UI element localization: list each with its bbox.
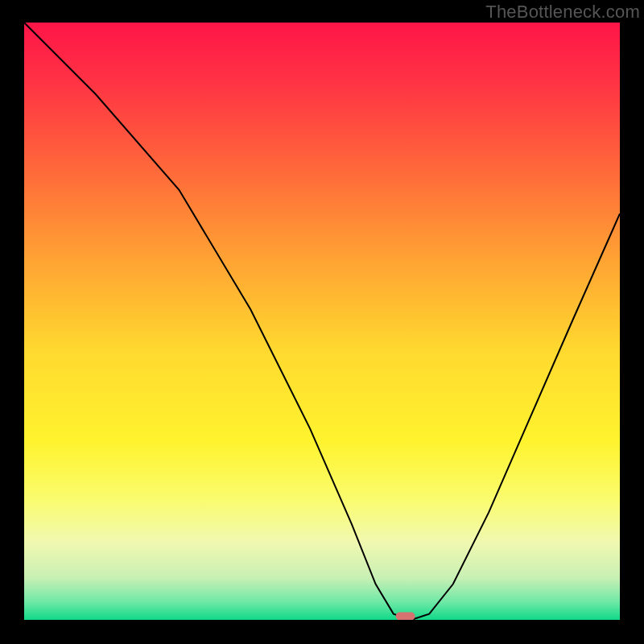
- chart-svg: [24, 23, 620, 620]
- chart-area: [24, 23, 620, 620]
- current-point-marker: [396, 613, 415, 621]
- chart-background: [24, 23, 620, 620]
- watermark-text: TheBottleneck.com: [485, 2, 640, 23]
